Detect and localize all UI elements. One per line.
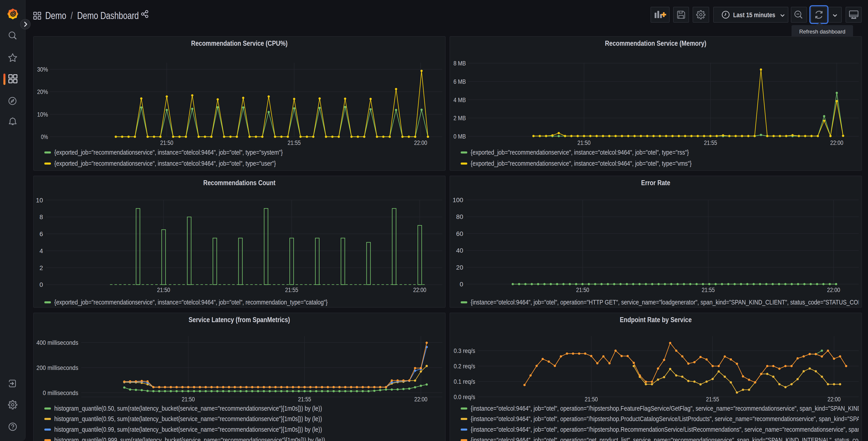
svg-text:60: 60 — [456, 230, 463, 237]
svg-text:40: 40 — [456, 247, 463, 254]
svg-text:21:50: 21:50 — [160, 139, 173, 146]
svg-text:0: 0 — [39, 281, 43, 288]
svg-text:100: 100 — [453, 197, 463, 204]
svg-text:21:55: 21:55 — [285, 286, 298, 293]
svg-text:21:55: 21:55 — [702, 286, 715, 293]
svg-text:6: 6 — [39, 231, 43, 237]
svg-text:21:50: 21:50 — [585, 396, 598, 403]
svg-text:0: 0 — [460, 281, 463, 288]
svg-text:21:55: 21:55 — [288, 139, 301, 146]
svg-text:21:50: 21:50 — [182, 396, 195, 403]
svg-text:8 MB: 8 MB — [454, 60, 466, 67]
svg-text:20: 20 — [456, 264, 463, 271]
svg-text:400 milliseconds: 400 milliseconds — [36, 339, 78, 346]
svg-text:20%: 20% — [37, 88, 48, 95]
svg-text:0.1 req/s: 0.1 req/s — [454, 378, 475, 385]
svg-text:10%: 10% — [37, 111, 48, 118]
svg-text:2: 2 — [39, 264, 43, 271]
svg-text:4 MB: 4 MB — [454, 96, 466, 104]
svg-text:30%: 30% — [37, 66, 48, 73]
svg-text:0.0 req/s: 0.0 req/s — [454, 393, 475, 401]
svg-text:6 MB: 6 MB — [454, 78, 466, 85]
svg-text:0%: 0% — [41, 133, 48, 140]
svg-text:22:00: 22:00 — [414, 139, 427, 146]
svg-text:22:00: 22:00 — [827, 286, 840, 293]
svg-text:22:00: 22:00 — [413, 286, 426, 293]
svg-text:80: 80 — [456, 213, 463, 220]
svg-text:22:00: 22:00 — [830, 139, 843, 146]
svg-text:4: 4 — [39, 247, 43, 255]
svg-text:10: 10 — [36, 197, 43, 204]
svg-text:22:00: 22:00 — [828, 396, 841, 403]
svg-text:22:00: 22:00 — [414, 396, 428, 403]
svg-text:2 MB: 2 MB — [454, 115, 466, 122]
svg-text:200 milliseconds: 200 milliseconds — [36, 364, 78, 371]
svg-text:21:55: 21:55 — [298, 396, 311, 403]
svg-text:21:55: 21:55 — [704, 139, 717, 146]
svg-text:21:55: 21:55 — [706, 396, 719, 403]
svg-text:0.3 req/s: 0.3 req/s — [454, 347, 475, 354]
svg-text:21:50: 21:50 — [578, 139, 591, 146]
svg-text:0 MB: 0 MB — [454, 133, 466, 140]
svg-text:0.2 req/s: 0.2 req/s — [454, 363, 475, 370]
svg-text:0 milliseconds: 0 milliseconds — [43, 389, 78, 396]
svg-text:21:50: 21:50 — [157, 286, 170, 293]
svg-text:21:50: 21:50 — [576, 286, 589, 293]
svg-text:8: 8 — [39, 213, 43, 220]
